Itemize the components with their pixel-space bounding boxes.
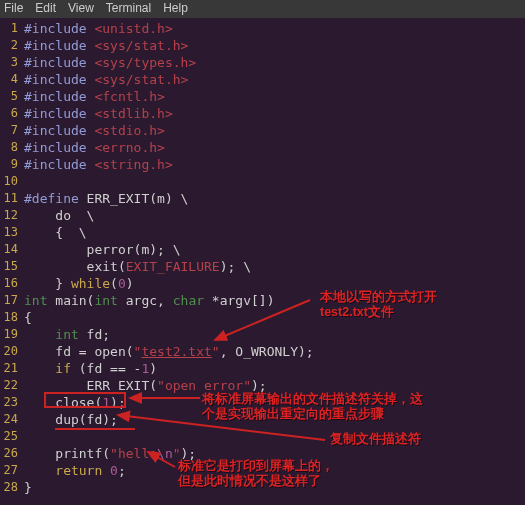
annotation-2: 将标准屏幕输出的文件描述符关掉，这 个是实现输出重定向的重点步骤	[202, 392, 423, 422]
code-line: #include <stdlib.h>	[24, 105, 173, 122]
line-number: 20	[0, 343, 24, 360]
line-number: 28	[0, 479, 24, 496]
line-number: 21	[0, 360, 24, 377]
line-number: 2	[0, 37, 24, 54]
code-line: exit(EXIT_FAILURE); \	[24, 258, 251, 275]
code-line: do \	[24, 207, 94, 224]
code-line: } while(0)	[24, 275, 134, 292]
line-number: 5	[0, 88, 24, 105]
code-line: int fd;	[24, 326, 110, 343]
line-number: 23	[0, 394, 24, 411]
code-line: #include <sys/types.h>	[24, 54, 196, 71]
line-number: 6	[0, 105, 24, 122]
line-number: 9	[0, 156, 24, 173]
annotation-3: 复制文件描述符	[330, 432, 421, 447]
line-number: 26	[0, 445, 24, 462]
code-line: { \	[24, 224, 87, 241]
menu-file[interactable]: File	[4, 1, 23, 17]
menu-view[interactable]: View	[68, 1, 94, 17]
code-line: #include <sys/stat.h>	[24, 37, 188, 54]
code-line: #define ERR_EXIT(m) \	[24, 190, 188, 207]
code-line: {	[24, 309, 32, 326]
code-line: #include <string.h>	[24, 156, 173, 173]
code-editor[interactable]: 1#include <unistd.h> 2#include <sys/stat…	[0, 18, 525, 496]
code-line: #include <stdio.h>	[24, 122, 165, 139]
line-number: 27	[0, 462, 24, 479]
line-number: 10	[0, 173, 24, 190]
annotation-4: 标准它是打印到屏幕上的， 但是此时情况不是这样了	[178, 459, 334, 489]
line-number: 17	[0, 292, 24, 309]
line-number: 25	[0, 428, 24, 445]
line-number: 8	[0, 139, 24, 156]
menubar[interactable]: File Edit View Terminal Help	[0, 0, 525, 18]
line-number: 16	[0, 275, 24, 292]
annotation-1: 本地以写的方式打开 test2.txt文件	[320, 290, 437, 320]
code-line: perror(m); \	[24, 241, 181, 258]
code-line: dup(fd);	[24, 411, 118, 428]
code-line: #include <unistd.h>	[24, 20, 173, 37]
menu-help[interactable]: Help	[163, 1, 188, 17]
code-line: #include <errno.h>	[24, 139, 165, 156]
line-number: 14	[0, 241, 24, 258]
menu-edit[interactable]: Edit	[35, 1, 56, 17]
line-number: 24	[0, 411, 24, 428]
line-number: 22	[0, 377, 24, 394]
line-number: 11	[0, 190, 24, 207]
line-number: 13	[0, 224, 24, 241]
line-number: 4	[0, 71, 24, 88]
line-number: 1	[0, 20, 24, 37]
menu-terminal[interactable]: Terminal	[106, 1, 151, 17]
line-number: 3	[0, 54, 24, 71]
code-line: if (fd == -1)	[24, 360, 157, 377]
code-line: #include <fcntl.h>	[24, 88, 165, 105]
line-number: 18	[0, 309, 24, 326]
code-line: return 0;	[24, 462, 126, 479]
code-line: printf("hello\n");	[24, 445, 196, 462]
line-number: 7	[0, 122, 24, 139]
code-line: #include <sys/stat.h>	[24, 71, 188, 88]
line-number: 19	[0, 326, 24, 343]
code-line: }	[24, 479, 32, 496]
highlight-box	[44, 392, 126, 408]
code-line: fd = open("test2.txt", O_WRONLY);	[24, 343, 314, 360]
line-number: 15	[0, 258, 24, 275]
line-number: 12	[0, 207, 24, 224]
code-line: int main(int argc, char *argv[])	[24, 292, 275, 309]
